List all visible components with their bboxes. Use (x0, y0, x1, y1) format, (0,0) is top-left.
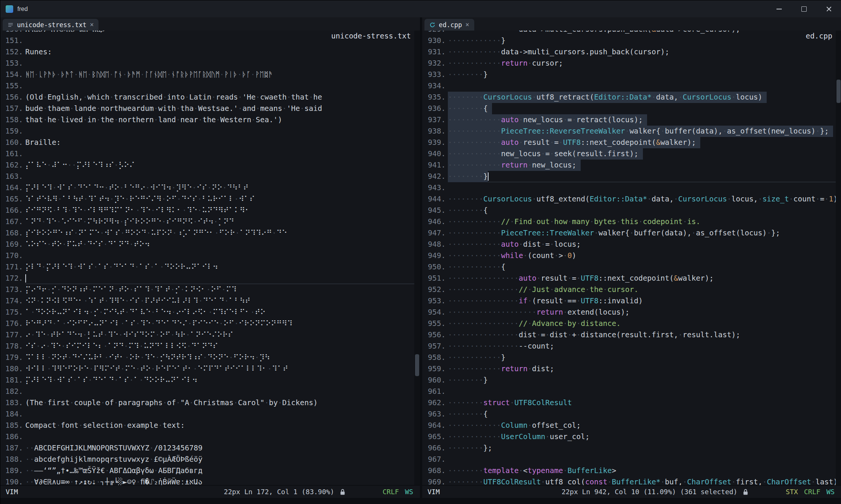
code-line[interactable]: 173.⡍⠔⠙⠖·⡊·⠙⠕⠝⠰⠞·⠍⠑⠁⠝·⠞⠕·⠎⠁⠹·⠹⠁⠞·⡊·⠅⠝⠪⠂·… (0, 284, 420, 295)
code-line[interactable]: 152.Runes: (0, 46, 420, 58)
code-line[interactable]: 190.··∀∂∈ℝ∧∪≡∞·↑↗↨↻⇣·┐┼╔╘░►☺♀·ﬁ�⑀₂ἠḂӥẄɐː… (0, 476, 420, 485)
whitespace-dots: · (120, 229, 125, 237)
tab-unicode-stress-txt[interactable]: unicode-stress.txt × (3, 19, 98, 31)
code-line[interactable]: 938.············PieceTree::ReverseTreeWa… (422, 126, 841, 137)
code-line[interactable]: 154.ᚻᛖ·ᚳᚹᚫᚦ·ᚦᚫᛏ·ᚻᛖ·ᛒᚢᛞᛖ·ᚩᚾ·ᚦᚫᛗ·ᛚᚪᚾᛞᛖ·ᚾᚩᚱ… (0, 69, 420, 80)
maximize-button[interactable] (792, 0, 816, 17)
code-line[interactable]: 156.(Old·English,·which·transcribed·into… (0, 92, 420, 103)
tab-ed-cpp[interactable]: ed.cpp × (424, 19, 474, 31)
code-line[interactable]: 178.⠊⠎·⠔·⠹⠑·⠎⠊⠍⠊⠇⠑⠆·⠁⠝⠙·⠍⠹·⠥⠝⠙⠁⠇⠇⠪⠫·⠙⠁⠝⠙… (0, 341, 420, 352)
code-text: ⠁·⠙⠕⠕⠗⠤⠝⠁⠊⠇⠲·⡊·⠍⠊⠣⠞·⠙⠁⠧⠑·⠃⠑⠲·⠔⠊⠇⠔⠫⠂·⠍⠹⠎⠑… (25, 307, 420, 318)
code-line[interactable]: 931.············data->multi_cursors.push… (422, 46, 841, 58)
code-line[interactable]: 956.················dist·=·dist·+·distan… (422, 329, 841, 341)
code-line[interactable]: 168.⡎⠊⠗⠕⠕⠛⠑⠰⠎·⠝⠁⠍⠑·⠺⠁⠎·⠛⠕⠕⠙·⠥⠏⠕⠝·⠰⡡⠁⠝⠛⠑⠂… (0, 227, 420, 239)
code-line[interactable]: 182. (0, 386, 420, 397)
code-line[interactable]: 186. (0, 431, 420, 443)
code-line[interactable]: 939.············auto·result·=·UTF8::next… (422, 137, 841, 148)
code-line[interactable]: 188.··abcdefghijklmnopqrstuvwxyz·£©µÀÆÖÞ… (0, 454, 420, 465)
code-line[interactable]: 166.⠎⠊⠛⠝⠫·⠃⠹·⠹⠑·⠊⠇⠻⠛⠹⠍⠁⠝⠂·⠹⠑·⠊⠇⠻⠅⠂·⠹⠑·⠥⠝… (0, 205, 420, 216)
code-line[interactable]: 961. (422, 386, 841, 397)
code-line[interactable]: 966.········}; (422, 443, 841, 454)
code-line[interactable]: 155. (0, 80, 420, 92)
code-line[interactable]: 161. (0, 148, 420, 160)
code-line[interactable]: 165.⠱⠁⠞⠑⠧⠻·⠁⠃⠳⠞·⠹⠁⠞⠲·⡹⠑·⠗⠑⠛⠊⠌⠻·⠕⠋·⠙⠊⠎·⠃⠥… (0, 194, 420, 205)
code-line[interactable]: 174.⠪⠝·⠅⠝⠪⠇⠫⠛⠑⠂·⠱⠁⠞·⠹⠻⠑·⠊⠎·⠏⠜⠞⠊⠊⠥⠇⠜⠇⠹·⠙⠑… (0, 295, 420, 307)
code-line[interactable]: 159. (0, 126, 420, 137)
code-line[interactable]: 160.Braille: (0, 137, 420, 148)
code-line[interactable]: 945.········{ (422, 205, 841, 216)
code-line[interactable]: 935.········CursorLocus·utf8_retract(Edi… (422, 92, 841, 103)
code-line[interactable]: 164.⡍⠜⠇⠑⠹·⠺⠁⠎·⠙⠑⠁⠙⠒·⠞⠕·⠃⠑⠛⠔·⠺⠊⠹⠲·⡹⠻⠑·⠊⠎·… (0, 182, 420, 194)
code-line[interactable]: 940.············new_locus·=·seek(result.… (422, 148, 841, 160)
code-line[interactable]: 969.········UTF8ColResult·utf8_col(const… (422, 476, 841, 485)
right-editor-area[interactable]: 929.················data->multi_cursors.… (422, 31, 841, 485)
code-line[interactable]: 960.········} (422, 375, 841, 386)
code-line[interactable]: 175.⠁·⠙⠕⠕⠗⠤⠝⠁⠊⠇⠲·⡊·⠍⠊⠣⠞·⠙⠁⠧⠑·⠃⠑⠲·⠔⠊⠇⠔⠫⠂·… (0, 307, 420, 318)
code-line[interactable]: 167.⠁⠝⠙·⠹⠑·⠡⠊⠑⠋·⠍⠳⠗⠝⠻⠲·⡎⠊⠗⠕⠕⠛⠑·⠎⠊⠛⠝⠫·⠊⠞⠲… (0, 216, 420, 227)
code-line[interactable]: 163. (0, 171, 420, 182)
code-line[interactable]: 968.········template·<typename·BufferLik… (422, 465, 841, 476)
code-line[interactable]: 169.⠡⠕⠎⠑·⠞⠕·⠏⠥⠞·⠙⠊⠎·⠙⠁⠝⠙·⠞⠕⠲ (0, 239, 420, 250)
tab-close-icon[interactable]: × (90, 22, 94, 28)
tab-close-icon[interactable]: × (465, 22, 469, 28)
code-line[interactable]: 937.············auto·new_locus·=·retract… (422, 114, 841, 126)
code-line[interactable]: 949.············while·(count·>·0) (422, 250, 841, 261)
code-line[interactable]: 162.⡌⠁⠧⠑·⠼⠁⠒··⡍⠜⠇⠑⠹⠰⠎·⡣⠕⠌ (0, 160, 420, 171)
left-vertical-scrollbar[interactable] (414, 31, 420, 485)
code-line[interactable]: 172. (0, 273, 420, 284)
code-line[interactable]: 933.········} (422, 69, 841, 80)
code-line[interactable]: 946.············//·Find·out·how·many·byt… (422, 216, 841, 227)
code-line[interactable]: 950.············{ (422, 261, 841, 273)
code-line[interactable]: 964.············Column·offset_col; (422, 420, 841, 431)
code-line[interactable]: 176.⠗⠑⠛⠜⠙·⠁·⠊⠕⠋⠋⠔⠤⠝⠁⠊⠇·⠁⠎·⠹⠑·⠙⠑⠁⠙⠑⠌·⠏⠊⠑⠊… (0, 318, 420, 329)
code-line[interactable]: 170. (0, 250, 420, 261)
code-line[interactable]: 954.····················return·extend(lo… (422, 307, 841, 318)
code-line[interactable]: 942.········} (422, 171, 841, 182)
code-line[interactable]: 179.⠩⠁⠇⠇·⠝⠕⠞·⠙⠊⠌⠥⠗⠃·⠊⠞⠂·⠕⠗·⠹⠑·⡊⠳⠝⠞⠗⠹⠰⠎·⠙… (0, 352, 420, 363)
code-line[interactable]: 185.Compact·font·selection·example·text: (0, 420, 420, 431)
code-text: ············PieceTree::TreeWalker·walker… (448, 227, 841, 239)
code-line[interactable]: 962.········struct·UTF8ColResult (422, 397, 841, 409)
line-number: 157. (0, 103, 23, 114)
code-line[interactable]: 947.············PieceTree::TreeWalker·wa… (422, 227, 841, 239)
minimize-button[interactable] (767, 0, 792, 17)
code-line[interactable]: 944.········CursorLocus·utf8_extend(Edit… (422, 194, 841, 205)
left-editor-area[interactable]: 150.እግርህን·በፍራሽህ·ልክ·ዘርጋ።151.152.Runes:153… (0, 31, 420, 485)
code-line[interactable]: 963.········{ (422, 409, 841, 420)
code-line[interactable]: 189.··–—‘“”„†•…‰™œŠŸž€·ΑΒΓΔΩαβγδω·АБВГДа… (0, 465, 420, 476)
code-line[interactable]: 951.················auto·result·=·UTF8::… (422, 273, 841, 284)
code-line[interactable]: 932.············return·cursor; (422, 58, 841, 69)
right-scrollbar-thumb[interactable] (836, 80, 841, 103)
code-line[interactable]: 967. (422, 454, 841, 465)
code-line[interactable]: 930.············} (422, 35, 841, 46)
code-line[interactable]: 184. (0, 409, 420, 420)
right-vertical-scrollbar[interactable] (836, 31, 841, 485)
code-line[interactable]: 934. (422, 80, 841, 92)
code-line[interactable]: 153. (0, 58, 420, 69)
titlebar[interactable]: fred (0, 0, 841, 17)
code-line[interactable]: 965.············UserColumn·user_col; (422, 431, 841, 443)
code-line[interactable]: 187.··ABCDEFGHIJKLMNOPQRSTUVWXYZ·/012345… (0, 443, 420, 454)
code-line[interactable]: 158.that·he·lived·in·the·northern·land·n… (0, 114, 420, 126)
code-line[interactable]: 959.············return·dist; (422, 363, 841, 375)
code-line[interactable]: 952.················//·Just·advance·the·… (422, 284, 841, 295)
code-line[interactable]: 941.············return·new_locus; (422, 160, 841, 171)
code-line[interactable]: 953.················if·(result·==·UTF8::… (422, 295, 841, 307)
code-line[interactable]: 183.(The·first·couple·of·paragraphs·of·"… (0, 397, 420, 409)
code-line[interactable]: 177.⠔·⠹⠑·⠞⠗⠁⠙⠑⠲·⡃⠥⠞·⠹⠑·⠺⠊⠎⠙⠕⠍·⠕⠋·⠳⠗·⠁⠝⠊⠑… (0, 329, 420, 341)
code-line[interactable]: 929.················data->multi_cursors.… (422, 31, 841, 35)
code-line[interactable]: 171.⡕⠇⠙·⡍⠜⠇⠑⠹·⠺⠁⠎·⠁⠎·⠙⠑⠁⠙·⠁⠎·⠁·⠙⠕⠕⠗⠤⠝⠁⠊⠇… (0, 261, 420, 273)
close-button[interactable] (816, 0, 841, 17)
code-line[interactable]: 957.················--count; (422, 341, 841, 352)
code-line[interactable]: 948.············auto·dist·=·locus; (422, 239, 841, 250)
horizontal-scrollbar-track[interactable] (0, 498, 841, 504)
line-number: 939. (422, 137, 446, 148)
code-line[interactable]: 955.················//·Advance·by·distan… (422, 318, 841, 329)
code-line[interactable]: 181.⡍⠜⠇⠑⠹·⠺⠁⠎·⠁⠎·⠙⠑⠁⠙·⠁⠎·⠁·⠙⠕⠕⠗⠤⠝⠁⠊⠇⠲ (0, 375, 420, 386)
left-scrollbar-thumb[interactable] (415, 354, 419, 376)
code-line[interactable]: 157.bude·thaem·lande·northweardum·with·t… (0, 103, 420, 114)
code-line[interactable]: 936.········{ (422, 103, 841, 114)
code-line[interactable]: 943. (422, 182, 841, 194)
code-line[interactable]: 958.············} (422, 352, 841, 363)
code-line[interactable]: 180.⠺⠊⠇⠇·⠹⠻⠑⠋⠕⠗⠑·⠏⠻⠍⠊⠞·⠍⠑·⠞⠕·⠗⠑⠏⠑⠁⠞⠂·⠑⠍⠏… (0, 363, 420, 375)
